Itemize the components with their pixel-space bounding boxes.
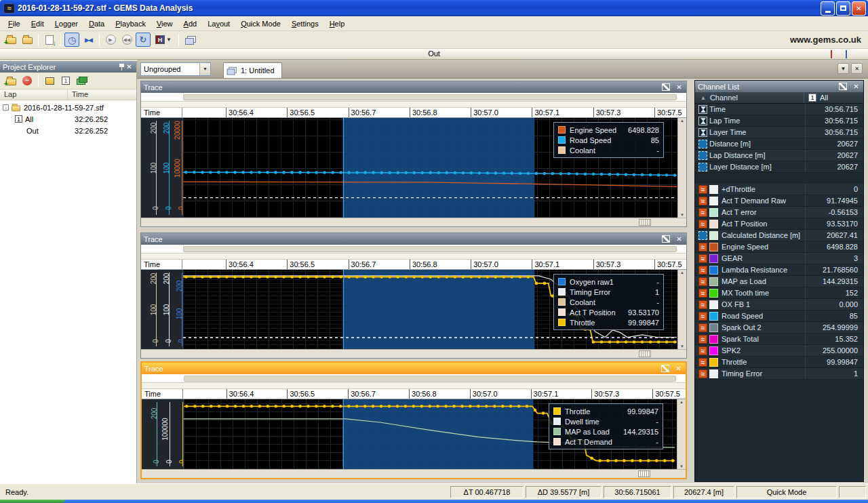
column-lap[interactable]: Lap	[0, 89, 68, 100]
channel-row-lap-distance-m-[interactable]: Lap Distance [m]20627	[695, 150, 863, 161]
overview-strip[interactable]	[141, 245, 686, 254]
lap-number-button[interactable]: 1	[58, 74, 73, 88]
windows-taskbar-edge[interactable]	[0, 500, 868, 503]
tree-row-lap-out[interactable]: Out 32:26.252	[0, 125, 136, 136]
export-button[interactable]	[42, 33, 57, 47]
trace-panel-2[interactable]: Trace✕Time30:56.430:56.530:56.730:56.830…	[140, 233, 687, 359]
column-channel[interactable]: Channel	[710, 94, 738, 102]
menu-item-edit[interactable]: Edit	[26, 18, 50, 30]
scroll-grip[interactable]	[638, 470, 650, 477]
channel-row-act-t-error[interactable]: ≈Act T error-0.56153	[695, 207, 863, 218]
overview-strip[interactable]	[141, 93, 686, 102]
channel-row-spk2[interactable]: ≈SPK2255.00000	[695, 345, 863, 357]
column-lap-value[interactable]: 1 All	[804, 92, 863, 103]
menu-item-add[interactable]: Add	[178, 18, 203, 30]
trace-panel-3-active[interactable]: Trace✕Time30:56.430:56.530:56.730:56.830…	[140, 361, 687, 479]
layout-button[interactable]	[182, 33, 197, 47]
close-panel-icon[interactable]: ✕	[675, 235, 684, 243]
tab-list-button[interactable]: ▼	[837, 63, 849, 74]
close-panel-icon[interactable]: ✕	[852, 83, 861, 91]
vertical-scrollbar[interactable]: ▲▼	[677, 270, 686, 349]
channel-row-road-speed[interactable]: ≈Road Speed85	[695, 310, 863, 322]
plot-area[interactable]: Throttle99.99847Dwell time-MAP as Load14…	[183, 399, 677, 469]
channel-row-layer-time[interactable]: Layer Time30:56.715	[695, 127, 863, 138]
scroll-down-icon[interactable]: ▼	[680, 344, 684, 348]
channel-row-timing-error[interactable]: ≈Timing Error1	[695, 368, 863, 380]
channel-row-act-t-demand-raw[interactable]: ≈Act T Demand Raw91.74945	[695, 195, 863, 207]
channel-row-distance-m-[interactable]: Distance [m]20627	[695, 138, 863, 150]
vertical-scrollbar[interactable]: ▲▼	[677, 399, 686, 469]
overview-bar[interactable]	[184, 376, 676, 382]
time-axis-row[interactable]: Time30:56.430:56.530:56.730:56.830:57.03…	[142, 389, 686, 399]
layers-button[interactable]	[75, 74, 90, 88]
channel-row-spark-total[interactable]: ≈Spark Total15.352	[695, 334, 863, 345]
channel-row-lap-time[interactable]: Lap Time30:56.715	[695, 115, 863, 127]
channel-row-gear[interactable]: ≈GEAR3	[695, 253, 863, 264]
rewind-button[interactable]: ◀◀	[119, 33, 134, 47]
scroll-down-icon[interactable]: ▼	[679, 464, 684, 468]
vertical-scrollbar[interactable]: ▲▼	[677, 118, 686, 218]
channel-row-throttle[interactable]: ≈Throttle99.99847	[695, 357, 863, 368]
channel-row-mx-tooth-time[interactable]: ≈MX Tooth time152	[695, 287, 863, 299]
lap-strip[interactable]: Out	[0, 49, 868, 60]
tree-row-file[interactable]: - 2016-01-28-11-59-27.stf	[0, 102, 136, 113]
horizontal-scrollbar[interactable]	[141, 218, 686, 226]
add-log-button[interactable]: +	[3, 74, 18, 88]
horizontal-scrollbar[interactable]	[141, 349, 686, 358]
time-axis-row[interactable]: Time30:56.430:56.530:56.730:56.830:57.03…	[141, 108, 686, 118]
scroll-up-icon[interactable]: ▲	[679, 400, 684, 404]
overview-bar[interactable]	[183, 94, 677, 100]
loop-button[interactable]: ↻	[136, 33, 151, 47]
horizontal-scrollbar[interactable]	[142, 469, 686, 478]
scroll-up-icon[interactable]: ▲	[680, 270, 684, 275]
channel-row-map-as-load[interactable]: ≈MAP as Load144.29315	[695, 276, 863, 287]
trace-header[interactable]: Trace✕	[141, 233, 686, 245]
channel-row--dthrottle[interactable]: ≈+dThrottle0	[695, 184, 863, 195]
channel-row-engine-speed[interactable]: ≈Engine Speed6498.828	[695, 241, 863, 253]
pin-icon[interactable]	[114, 63, 123, 71]
close-button[interactable]: ✕	[852, 1, 866, 16]
histogram-mode-button[interactable]: H▼	[152, 33, 175, 47]
open-session-button[interactable]	[20, 33, 35, 47]
menu-item-layout[interactable]: Layout	[202, 18, 235, 30]
channel-row-time[interactable]: Time30:56.715	[695, 104, 863, 115]
tab-close-button[interactable]: ✕	[851, 63, 863, 74]
close-panel-icon[interactable]: ✕	[674, 365, 683, 373]
tree-expander-icon[interactable]: -	[3, 104, 9, 110]
group-combobox[interactable]: Ungrouped ▼	[140, 62, 211, 76]
menu-item-logger[interactable]: Logger	[50, 18, 83, 30]
close-panel-icon[interactable]: ✕	[125, 63, 134, 71]
menu-item-playback[interactable]: Playback	[110, 18, 151, 30]
menu-item-quick-mode[interactable]: Quick Mode	[235, 18, 286, 30]
channel-row-spark-out-2[interactable]: ≈Spark Out 2254.99999	[695, 322, 863, 334]
trace-panel-1[interactable]: Trace✕Time30:56.430:56.530:56.730:56.830…	[140, 81, 687, 227]
time-axis-row[interactable]: Time30:56.430:56.530:56.730:56.830:57.03…	[141, 260, 686, 270]
remove-log-button[interactable]: −	[20, 74, 35, 88]
start-button-edge[interactable]	[0, 500, 65, 503]
channel-row-act-t-position[interactable]: ≈Act T Position93.53170	[695, 218, 863, 230]
time-mode-button[interactable]: ◷	[64, 33, 79, 47]
channel-row-calculated-distance-m-[interactable]: Calculated Distance [m]20627.41	[695, 230, 863, 241]
play-button[interactable]: ▶	[103, 33, 118, 47]
trace-header[interactable]: Trace✕	[141, 81, 686, 93]
view-mode-button[interactable]	[42, 74, 57, 88]
menu-item-file[interactable]: File	[3, 18, 26, 30]
channel-row-lambda-resistance[interactable]: ≈Lambda Resistance21.768560	[695, 264, 863, 276]
menu-item-settings[interactable]: Settings	[286, 18, 324, 30]
menu-item-view[interactable]: View	[151, 18, 178, 30]
trace-header[interactable]: Trace✕	[142, 363, 686, 374]
channel-row-ox-fb-1[interactable]: ≈OX FB 10.000	[695, 299, 863, 310]
popout-icon[interactable]	[662, 235, 670, 243]
overview-bar[interactable]	[183, 246, 677, 252]
popout-icon[interactable]	[839, 83, 847, 90]
overview-strip[interactable]	[142, 374, 686, 383]
sort-ascending-icon[interactable]: ▲	[701, 95, 706, 101]
plot-area[interactable]: Engine Speed6498.828Road Speed85Coolant-	[182, 118, 677, 218]
column-time[interactable]: Time	[68, 89, 92, 100]
tab-untitled[interactable]: 1: Untitled	[223, 62, 282, 78]
scroll-up-icon[interactable]: ▲	[680, 119, 684, 123]
popout-icon[interactable]	[661, 365, 669, 372]
marker-button[interactable]: ▶◀	[81, 33, 96, 47]
close-panel-icon[interactable]: ✕	[675, 83, 684, 92]
scroll-grip[interactable]	[639, 350, 651, 357]
